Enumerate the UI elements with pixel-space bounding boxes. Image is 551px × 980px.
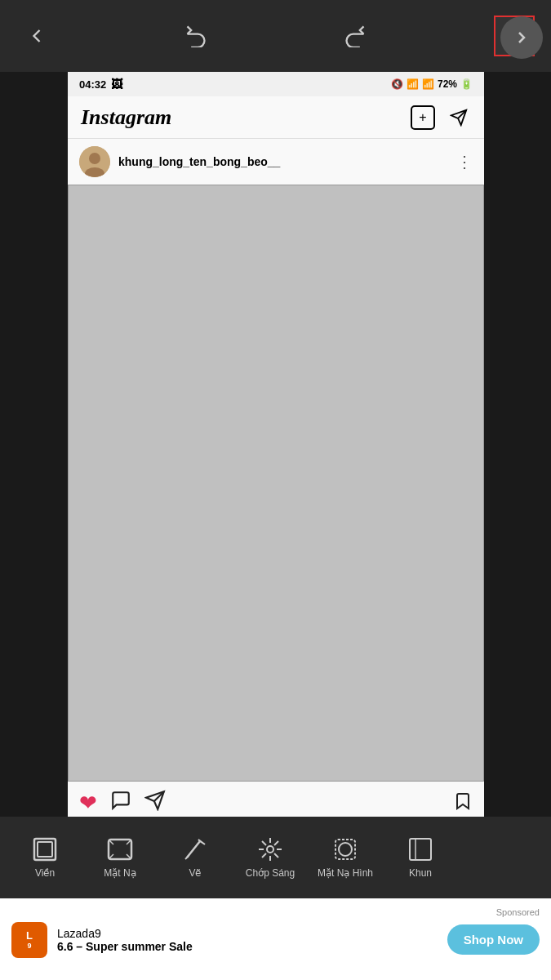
tool-vien-label: Viền: [35, 867, 55, 879]
battery-icon: 🔋: [460, 78, 473, 90]
more-options-button[interactable]: ⋮: [456, 152, 473, 172]
ad-sponsored-label: Sponsored: [496, 907, 540, 917]
mute-icon: 🔇: [391, 78, 403, 90]
tool-matna[interactable]: Mặt Nạ: [83, 821, 157, 894]
svg-point-37: [267, 846, 273, 853]
ad-brand: Lazada9: [57, 927, 438, 940]
tool-matnahihn-label: Mặt Nạ Hình: [318, 867, 373, 879]
battery-display: 72%: [438, 78, 457, 90]
svg-point-39: [339, 843, 352, 856]
tool-khun-label: Khun: [409, 867, 432, 879]
wifi-icon: 📶: [407, 78, 419, 90]
bottom-tools-panel: Viền Mặt Nạ Vẽ: [0, 817, 551, 898]
plus-icon: +: [419, 110, 426, 125]
tool-matnahihn[interactable]: Mặt Nạ Hình: [309, 821, 382, 894]
phone-screen: 04:32 🖼 🔇 📶 📶 72% 🔋 Instagram +: [68, 72, 484, 898]
svg-rect-40: [410, 839, 431, 860]
instagram-logo: Instagram: [81, 105, 171, 130]
share-button[interactable]: [144, 790, 166, 817]
shop-now-button[interactable]: Shop Now: [447, 924, 540, 955]
undo-button[interactable]: [176, 16, 216, 56]
back-button[interactable]: [16, 16, 57, 56]
instagram-header: Instagram +: [68, 96, 484, 139]
save-button[interactable]: [453, 791, 473, 816]
ad-subtitle: 6.6 – Super summer Sale: [57, 940, 438, 953]
signal-icon: 📶: [422, 78, 434, 90]
post-image: [68, 185, 484, 782]
tool-khun[interactable]: Khun: [384, 821, 457, 894]
header-icons: +: [411, 105, 471, 130]
gallery-icon: 🖼: [111, 78, 122, 91]
time-display: 04:32: [79, 78, 106, 91]
comment-button[interactable]: [110, 790, 131, 817]
svg-point-4: [89, 153, 100, 164]
svg-line-35: [274, 841, 278, 845]
avatar[interactable]: [79, 146, 110, 177]
svg-line-36: [262, 853, 266, 858]
post-username[interactable]: khung_long_ten_bong_beo__: [118, 155, 448, 168]
top-toolbar: [0, 0, 551, 72]
post-user-row: khung_long_ten_bong_beo__ ⋮: [68, 139, 484, 185]
svg-rect-20: [38, 842, 52, 857]
ad-banner: Sponsored L 9 Lazada9 6.6 – Super summer…: [0, 898, 551, 980]
ad-text-block: Lazada9 6.6 – Super summer Sale: [57, 927, 438, 953]
status-bar: 04:32 🖼 🔇 📶 📶 72% 🔋: [68, 72, 484, 96]
tool-vien[interactable]: Viền: [8, 821, 82, 894]
tool-ve-label: Vẽ: [189, 867, 201, 879]
tool-matna-label: Mặt Nạ: [104, 867, 136, 879]
svg-line-33: [262, 841, 266, 845]
tool-chopsang[interactable]: Chớp Sáng: [233, 821, 307, 894]
ad-logo: L 9: [11, 922, 47, 958]
redo-button[interactable]: [335, 16, 375, 56]
svg-line-26: [187, 841, 200, 858]
forward-button[interactable]: [500, 16, 543, 59]
like-button[interactable]: ❤: [79, 791, 97, 816]
tool-ve[interactable]: Vẽ: [158, 821, 232, 894]
svg-line-28: [185, 856, 189, 859]
tool-chopsang-label: Chớp Sáng: [246, 867, 295, 879]
add-post-button[interactable]: +: [411, 105, 435, 130]
direct-messages-button[interactable]: [447, 105, 471, 130]
svg-line-34: [274, 853, 278, 858]
